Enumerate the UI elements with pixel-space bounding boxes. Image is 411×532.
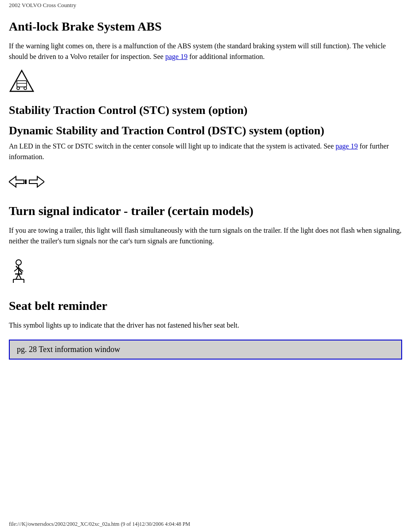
- trailer-arrow-icon-block: [9, 175, 44, 191]
- dstc-paragraph: An LED in the STC or DSTC switch in the …: [9, 141, 402, 162]
- svg-line-14: [16, 274, 19, 279]
- turn-signal-heading: Turn signal indicator - trailer (certain…: [9, 204, 402, 218]
- svg-rect-6: [25, 180, 27, 184]
- svg-line-15: [19, 274, 21, 279]
- seat-belt-paragraph: This symbol lights up to indicate that t…: [9, 320, 402, 331]
- abs-warning-icon: [9, 69, 35, 93]
- footer-text: file:///K|/ownersdocs/2002/2002_XC/02xc_…: [9, 521, 190, 527]
- seatbelt-icon-block: [9, 259, 28, 286]
- seat-belt-heading: Seat belt reminder: [9, 299, 402, 313]
- trailer-turn-signal-icon: [9, 175, 44, 189]
- text-info-box[interactable]: pg. 28 Text information window: [9, 340, 402, 360]
- turn-signal-paragraph: If you are towing a trailer, this light …: [9, 225, 402, 246]
- page-footer: file:///K|/ownersdocs/2002/2002_XC/02xc_…: [9, 521, 190, 528]
- svg-marker-5: [9, 176, 24, 187]
- stc-heading: Stability Traction Control (STC) system …: [9, 104, 402, 117]
- svg-rect-1: [17, 81, 27, 87]
- header-title: 2002 VOLVO Cross Country: [9, 2, 76, 8]
- stc-icon-block: [9, 69, 402, 95]
- page-header: 2002 VOLVO Cross Country: [0, 0, 411, 11]
- dstc-heading: Dynamic Stability and Traction Control (…: [9, 124, 402, 137]
- seatbelt-warning-icon: [9, 259, 28, 284]
- dstc-link[interactable]: page 19: [336, 142, 358, 150]
- main-content: Anti-lock Brake System ABS If the warnin…: [0, 11, 411, 384]
- svg-point-4: [24, 87, 27, 90]
- abs-link[interactable]: page 19: [165, 53, 188, 60]
- svg-point-8: [16, 260, 21, 265]
- abs-heading: Anti-lock Brake System ABS: [9, 20, 402, 34]
- abs-paragraph: If the warning light comes on, there is …: [9, 41, 402, 62]
- svg-line-12: [14, 268, 19, 271]
- svg-marker-7: [29, 176, 44, 187]
- text-info-label: pg. 28 Text information window: [17, 345, 120, 354]
- svg-point-3: [17, 87, 20, 90]
